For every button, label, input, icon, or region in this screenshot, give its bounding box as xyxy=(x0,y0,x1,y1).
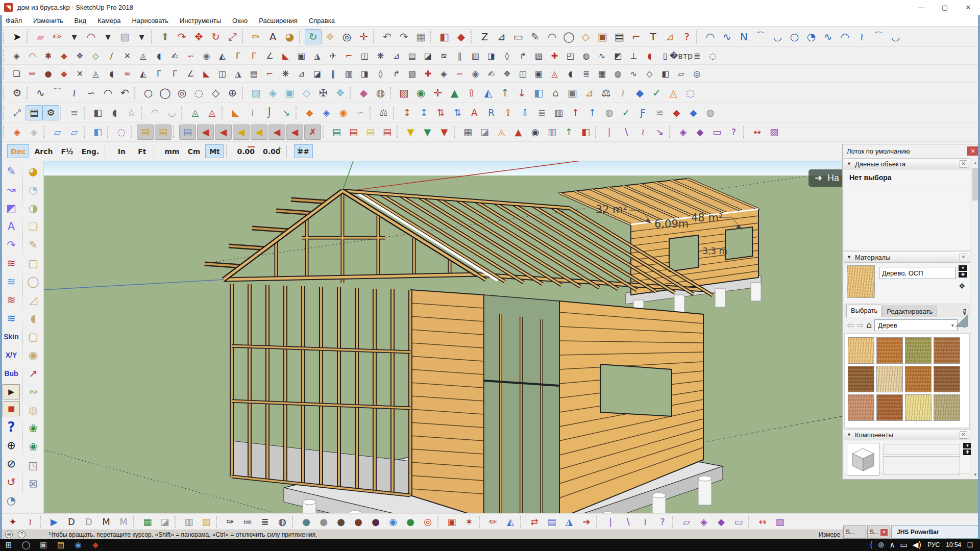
material-swatch-11[interactable] xyxy=(905,394,932,421)
toolbar-icon[interactable]: ◉ xyxy=(412,85,429,101)
toolbar-icon[interactable]: ≋ xyxy=(651,105,668,120)
toolbar-icon[interactable]: ◈ xyxy=(695,515,713,529)
toolbar-icon[interactable]: ◉ xyxy=(69,539,87,551)
toolbar-icon[interactable]: ∖ xyxy=(618,124,634,140)
toolbar-icon[interactable]: ▭ xyxy=(730,515,747,529)
toolbar-icon[interactable]: ◣ xyxy=(227,105,244,120)
toolbar-icon[interactable]: ✏ xyxy=(49,29,66,44)
toolbar-icon[interactable]: ◇ xyxy=(577,29,594,44)
toolbar-icon[interactable]: Skin xyxy=(1,328,21,346)
toolbar-icon[interactable]: ◣ xyxy=(199,67,214,80)
toolbar-icon[interactable]: ⚙ xyxy=(9,85,26,101)
toolbar-icon[interactable]: ↔ xyxy=(754,515,771,529)
toolbar-icon[interactable]: ▢ xyxy=(23,328,43,346)
toolbar-icon[interactable]: ∕ xyxy=(104,49,119,62)
toolbar-icon[interactable]: ▣ xyxy=(531,67,547,80)
toolbar-icon[interactable]: ◠ xyxy=(100,85,116,101)
language-indicator[interactable]: РУС xyxy=(927,541,940,548)
toolbar-icon[interactable]: ↱ xyxy=(388,67,404,80)
toolbar-icon[interactable]: ▣ xyxy=(293,49,309,62)
toolbar-icon[interactable]: ◍ xyxy=(702,105,719,120)
toolbar-icon[interactable]: ◌ xyxy=(705,49,721,62)
toolbar-icon[interactable]: ● xyxy=(332,515,350,529)
toolbar-icon[interactable]: ✏ xyxy=(484,515,502,529)
toolbar-icon[interactable]: Γ xyxy=(230,49,246,62)
toolbar-icon[interactable]: ▤ xyxy=(26,105,42,120)
toolbar-icon[interactable]: ◍ xyxy=(578,49,594,62)
toolbar-icon[interactable]: ■ xyxy=(3,401,20,416)
units-button-##[interactable]: ## xyxy=(294,144,313,158)
toolbar-icon[interactable]: ◕ xyxy=(23,162,43,181)
menu-вид[interactable]: Вид xyxy=(69,15,92,27)
toolbar-icon[interactable]: ⇅ xyxy=(432,105,449,120)
toolbar-icon[interactable]: ◮ xyxy=(560,515,578,529)
add-material-icon[interactable]: ✚ xyxy=(959,272,967,278)
toolbar-icon[interactable]: ◭ xyxy=(480,85,497,101)
toolbar-icon[interactable]: ◫ xyxy=(515,67,531,80)
toolbar-icon[interactable]: ▧ xyxy=(531,49,547,62)
toolbar-icon[interactable]: ◿ xyxy=(23,291,43,309)
toolbar-icon[interactable]: ▣ xyxy=(594,29,611,44)
toolbar-icon[interactable]: ⌂ xyxy=(547,85,564,101)
toolbar-icon[interactable]: ▾ xyxy=(133,29,150,44)
toolbar-icon[interactable]: ⤢ xyxy=(9,105,26,120)
toolbar-icon[interactable]: ✗ xyxy=(304,124,321,140)
toolbar-icon[interactable]: ↑ xyxy=(567,105,584,120)
toolbar-icon[interactable]: ◯ xyxy=(157,85,174,101)
component-name-field[interactable] xyxy=(884,444,960,455)
toolbar-icon[interactable]: ▦ xyxy=(412,29,429,44)
toolbar-icon[interactable]: M xyxy=(97,515,115,529)
toolbar-icon[interactable]: ▤ xyxy=(543,515,560,529)
toolbar-icon[interactable]: ❏ xyxy=(23,217,43,236)
toolbar-icon[interactable]: ▾ xyxy=(66,29,83,44)
toolbar-icon[interactable]: ∽ xyxy=(452,67,468,80)
toolbar-icon[interactable]: ▶ xyxy=(3,384,20,399)
toolbar-icon[interactable]: ◆ xyxy=(713,515,730,529)
tray-close-button[interactable]: ✕ xyxy=(967,146,978,156)
display-pane-icon[interactable]: ▾ xyxy=(959,265,967,271)
toolbar-icon[interactable]: ⤢ xyxy=(224,29,241,44)
toolbar-icon[interactable]: ◌ xyxy=(113,124,130,140)
toolbar-icon[interactable]: ▦ xyxy=(459,124,476,140)
toolbar-icon[interactable]: ↱ xyxy=(515,49,531,62)
toolbar-icon[interactable]: R xyxy=(483,105,500,120)
material-swatch-2[interactable] xyxy=(876,337,903,364)
menu-файл[interactable]: Файл xyxy=(0,15,28,27)
toolbar-icon[interactable]: ▲ xyxy=(510,124,527,140)
paint-bucket-icon[interactable]: ❖ xyxy=(959,282,967,291)
toolbar-icon[interactable]: ( xyxy=(870,539,873,551)
toolbar-icon[interactable]: ▤ xyxy=(328,124,345,140)
toolbar-icon[interactable]: ◎ xyxy=(338,29,355,44)
toolbar-icon[interactable]: ◍ xyxy=(372,85,389,101)
toolbar-icon[interactable]: ✍ xyxy=(483,67,499,80)
toolbar-icon[interactable]: ▲ xyxy=(446,85,463,101)
toolbar-icon[interactable]: ▤ xyxy=(179,124,196,140)
clock[interactable]: 10:54 xyxy=(946,541,961,548)
toolbar-icon[interactable]: ◊ xyxy=(373,67,388,80)
toolbar-icon[interactable]: ≀ xyxy=(66,85,83,101)
toolbar-icon[interactable]: ◍ xyxy=(23,401,43,419)
toolbar-icon[interactable]: ❖ xyxy=(499,67,515,80)
toolbar-icon[interactable]: N xyxy=(736,29,752,44)
toolbar-icon[interactable]: ⊕ xyxy=(224,85,241,101)
toolbar-icon[interactable]: ◆ xyxy=(692,124,708,140)
toolbar-icon[interactable]: Γ xyxy=(167,67,183,80)
toolbar-icon[interactable]: ∿ xyxy=(719,29,736,44)
materials-close-icon[interactable]: ✕ xyxy=(960,254,967,261)
units-button-0.00[interactable]: 0.00 xyxy=(260,144,284,158)
material-name-field[interactable] xyxy=(879,267,955,279)
toolbar-icon[interactable]: ◣ xyxy=(278,49,293,62)
toolbar-icon[interactable]: ✛ xyxy=(355,29,372,44)
toolbar-icon[interactable]: ↷ xyxy=(174,29,190,44)
toolbar-icon[interactable]: ↺ xyxy=(1,473,21,491)
toolbar-icon[interactable]: ✚ xyxy=(420,67,436,80)
toolbar-icon[interactable]: X/Y xyxy=(1,346,21,364)
toolbar-icon[interactable]: ◧ xyxy=(89,124,106,140)
toolbar-icon[interactable]: ⇧ xyxy=(463,85,480,101)
toolbar-icon[interactable]: Z xyxy=(476,29,493,44)
toolbar-icon[interactable]: ◫ xyxy=(357,49,373,62)
toolbar-icon[interactable]: ⊠ xyxy=(23,474,43,493)
toolbar-icon[interactable]: ≀ xyxy=(634,124,651,140)
toolbar-icon[interactable]: ▢ xyxy=(23,254,43,272)
menu-инструменты[interactable]: Инструменты xyxy=(174,15,227,27)
